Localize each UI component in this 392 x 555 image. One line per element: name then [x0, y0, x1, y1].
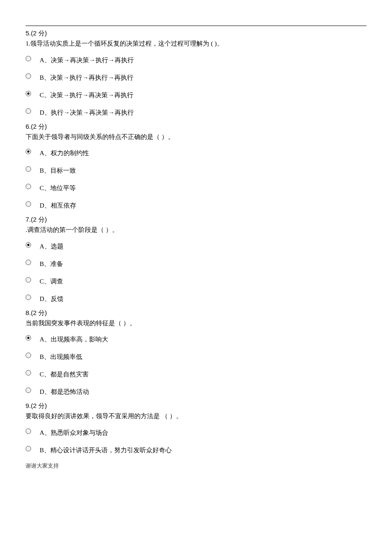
option-label: B、准备: [40, 257, 63, 268]
option-label: B、精心设计讲话开头语，努力引发听众好奇心: [40, 443, 172, 454]
radio-icon[interactable]: [26, 353, 31, 358]
option-label: A、决策→再决策→执行→再执行: [40, 53, 134, 64]
radio-icon[interactable]: [26, 56, 31, 61]
question-header: 9.(2 分): [26, 402, 366, 410]
option-row[interactable]: A、权力的制约性: [26, 146, 366, 157]
option-row[interactable]: B、准备: [26, 257, 366, 268]
radio-icon[interactable]: [26, 149, 31, 154]
option-label: D、执行→决策→再决策→再执行: [40, 105, 134, 117]
radio-icon[interactable]: [26, 242, 31, 248]
option-label: C、调查: [40, 274, 63, 286]
option-label: B、出现频率低: [40, 350, 82, 361]
option-row[interactable]: D、相互依存: [26, 198, 366, 210]
option-label: C、地位平等: [40, 181, 76, 192]
radio-icon[interactable]: [26, 184, 31, 189]
option-label: B、决策→执行→再执行→再执行: [40, 70, 133, 82]
radio-icon[interactable]: [26, 387, 31, 393]
option-row[interactable]: A、决策→再决策→执行→再执行: [26, 53, 366, 64]
question-header: 5.(2 分): [26, 29, 366, 38]
radio-icon[interactable]: [26, 428, 31, 434]
question-header: 6.(2 分): [26, 123, 366, 131]
radio-icon[interactable]: [26, 201, 31, 207]
radio-icon[interactable]: [26, 277, 31, 283]
question-text: 当前我国突发事件表现的特征是（ ）。: [26, 318, 366, 328]
question-header: 7.(2 分): [26, 216, 366, 224]
page-content: 5.(2 分) 1.领导活动实质上是一个循环反复的决策过程，这个过程可理解为 (…: [0, 0, 392, 478]
option-label: B、目标一致: [40, 163, 76, 175]
radio-icon[interactable]: [26, 295, 31, 300]
option-label: C、都是自然灾害: [40, 367, 89, 379]
question-text: .调查活动的第一个阶段是（ ）。: [26, 225, 366, 235]
option-row[interactable]: C、调查: [26, 274, 366, 286]
radio-icon[interactable]: [26, 166, 31, 172]
option-label: A、熟悉听众对象与场合: [40, 425, 108, 437]
option-label: D、都是恐怖活动: [40, 384, 89, 396]
option-label: A、权力的制约性: [40, 146, 89, 157]
radio-icon[interactable]: [26, 260, 31, 265]
option-row[interactable]: C、地位平等: [26, 181, 366, 192]
option-row[interactable]: B、目标一致: [26, 163, 366, 175]
option-row[interactable]: B、出现频率低: [26, 350, 366, 361]
option-row[interactable]: C、决策→执行→再决策→再执行: [26, 88, 366, 99]
option-row[interactable]: D、反馈: [26, 292, 366, 303]
option-row[interactable]: A、熟悉听众对象与场合: [26, 425, 366, 437]
option-row[interactable]: D、都是恐怖活动: [26, 384, 366, 396]
question-text: 下面关于领导者与同级关系的特点不正确的是（ ）。: [26, 132, 366, 142]
radio-icon[interactable]: [26, 335, 31, 341]
radio-icon[interactable]: [26, 73, 31, 79]
option-label: A、出现频率高，影响大: [40, 332, 108, 344]
option-row[interactable]: C、都是自然灾害: [26, 367, 366, 379]
footer-text: 谢谢大家支持: [26, 462, 366, 470]
option-row[interactable]: B、精心设计讲话开头语，努力引发听众好奇心: [26, 443, 366, 454]
radio-icon[interactable]: [26, 370, 31, 376]
option-row[interactable]: B、决策→执行→再执行→再执行: [26, 70, 366, 82]
question-header: 8.(2 分): [26, 309, 366, 317]
option-label: A、选题: [40, 239, 63, 251]
radio-icon[interactable]: [26, 108, 31, 114]
radio-icon[interactable]: [26, 446, 31, 451]
top-rule: [26, 26, 366, 26]
option-label: D、反馈: [40, 292, 63, 303]
radio-icon[interactable]: [26, 91, 31, 96]
option-row[interactable]: D、执行→决策→再决策→再执行: [26, 105, 366, 117]
question-text: 1.领导活动实质上是一个循环反复的决策过程，这个过程可理解为 ( )。: [26, 39, 366, 49]
question-text: 要取得良好的演讲效果，领导不宜采用的方法是 （ ）。: [26, 411, 366, 421]
option-label: D、相互依存: [40, 198, 76, 210]
option-row[interactable]: A、出现频率高，影响大: [26, 332, 366, 344]
option-label: C、决策→执行→再决策→再执行: [40, 88, 133, 99]
option-row[interactable]: A、选题: [26, 239, 366, 251]
